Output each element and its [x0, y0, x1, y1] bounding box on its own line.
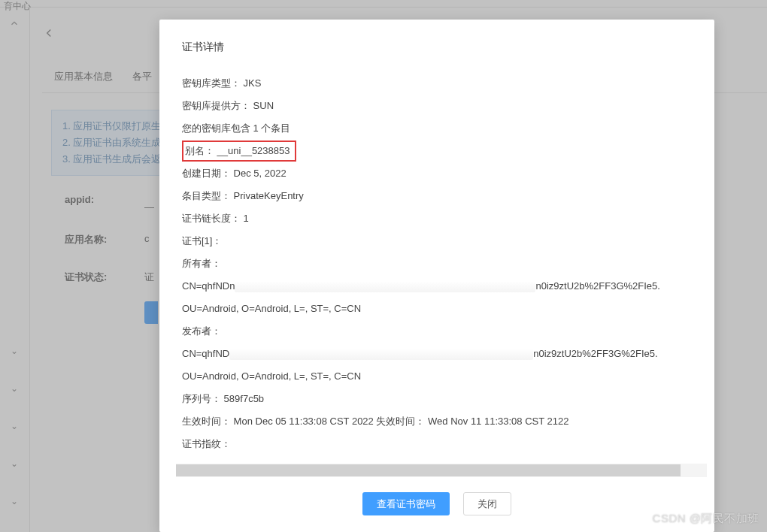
- chevron-down-icon[interactable]: ⌄: [11, 496, 18, 506]
- modal-title: 证书详情: [159, 20, 714, 62]
- cert-alias-row: 别名： __uni__5238853: [182, 140, 701, 162]
- cert-owner-label: 所有者：: [182, 252, 701, 275]
- cert-chain-length: 证书链长度： 1: [182, 207, 701, 230]
- cert-fingerprint-label: 证书指纹：: [182, 433, 701, 455]
- cert-serial: 序列号： 589f7c5b: [182, 388, 701, 410]
- cert-issuer-cn: CN=qhfNDn0iz9ztU2b%2FF3G%2FIe5.: [182, 343, 701, 365]
- cert-validity: 生效时间： Mon Dec 05 11:33:08 CST 2022 失效时间：…: [182, 410, 701, 433]
- scrollbar-thumb[interactable]: [176, 464, 681, 476]
- collapse-icon[interactable]: [9, 18, 20, 31]
- horizontal-scrollbar[interactable]: [176, 464, 707, 477]
- cert-owner-cn: CN=qhfNDnn0iz9ztU2b%2FF3G%2FIe5.: [182, 275, 701, 298]
- tab-basic-info[interactable]: 应用基本信息: [54, 70, 113, 83]
- redacted-segment: [229, 349, 533, 360]
- chevron-down-icon[interactable]: ⌄: [11, 346, 18, 356]
- chevron-down-icon[interactable]: ⌄: [11, 458, 18, 469]
- cert-owner-ou: OU=Android, O=Android, L=, ST=, C=CN: [182, 298, 701, 320]
- cert-keystore-provider: 密钥库提供方： SUN: [182, 95, 701, 117]
- label-certstatus: 证书状态:: [65, 271, 107, 284]
- value-appid: —: [144, 201, 154, 213]
- page-header: 育中心: [0, 0, 767, 8]
- cert-issuer-ou: OU=Android, O=Android, L=, ST=, C=CN: [182, 365, 701, 388]
- cert-issuer-label: 发布者：: [182, 320, 701, 343]
- modal-body[interactable]: 密钥库类型： JKS 密钥库提供方： SUN 您的密钥库包含 1 个条目 别名：…: [176, 66, 707, 459]
- cert-entry-type: 条目类型： PrivateKeyEntry: [182, 185, 701, 207]
- left-rail: ⌄ ⌄ ⌄ ⌄ ⌄: [0, 8, 30, 532]
- chevron-down-icon[interactable]: ⌄: [11, 421, 18, 431]
- cert-index: 证书[1]：: [182, 230, 701, 252]
- close-button[interactable]: 关闭: [463, 492, 511, 515]
- primary-action-fragment[interactable]: [144, 301, 158, 324]
- back-button[interactable]: [42, 25, 56, 44]
- modal-footer: 查看证书密码 关闭: [159, 480, 714, 532]
- label-appid: appid:: [65, 194, 94, 205]
- redacted-segment: [235, 282, 535, 292]
- label-appname: 应用名称:: [65, 233, 107, 246]
- cert-created: 创建日期： Dec 5, 2022: [182, 162, 701, 185]
- cert-keystore-contains: 您的密钥库包含 1 个条目: [182, 117, 701, 140]
- tab-platform[interactable]: 各平: [132, 70, 152, 83]
- value-appname: c: [144, 233, 150, 244]
- cert-keystore-type: 密钥库类型： JKS: [182, 72, 701, 95]
- chevron-down-icon[interactable]: ⌄: [11, 383, 18, 394]
- view-cert-password-button[interactable]: 查看证书密码: [362, 492, 450, 515]
- cert-alias-highlight: 别名： __uni__5238853: [182, 141, 296, 162]
- certificate-detail-modal: 证书详情 密钥库类型： JKS 密钥库提供方： SUN 您的密钥库包含 1 个条…: [159, 20, 714, 532]
- value-certstatus: 证: [144, 271, 154, 284]
